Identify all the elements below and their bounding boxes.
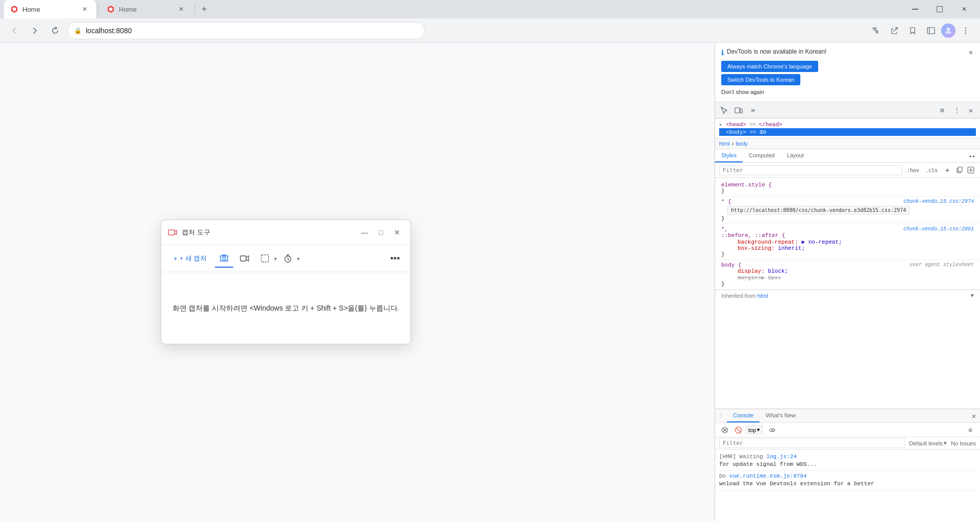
notification-close-button[interactable]: ✕ <box>966 47 976 57</box>
tab-2-close[interactable]: ✕ <box>176 4 186 14</box>
devtools-settings-icon[interactable]: ⚙ <box>936 104 948 116</box>
css-rule-close-star2: } <box>721 251 974 257</box>
css-rule-header-star2: *, chunk-vendo…15.css:2961 <box>721 226 974 232</box>
console-context-arrow: ▾ <box>757 427 760 433</box>
dom-expand-head[interactable]: ▸ <box>719 122 723 128</box>
element-picker-icon[interactable] <box>718 104 730 116</box>
maximize-button[interactable] <box>928 0 951 18</box>
console-context-selector[interactable]: top ▾ <box>746 425 763 434</box>
tab-2[interactable]: Home ✕ <box>101 0 192 18</box>
capture-maximize-button[interactable]: □ <box>374 225 388 240</box>
capture-app-icon <box>167 227 178 238</box>
default-levels-button[interactable]: Default levels ▾ <box>909 440 947 446</box>
capture-shortcut: <Windows 로고 키 + Shift + S> <box>250 304 348 312</box>
css-selector-star2[interactable]: *, <box>721 226 728 232</box>
capture-close-button[interactable]: ✕ <box>390 225 404 240</box>
tab-1-close[interactable]: ✕ <box>80 4 90 14</box>
css-rule-star-2: *, chunk-vendo…15.css:2961 ::before, ::a… <box>715 224 980 260</box>
filter-copy-icons <box>954 165 976 175</box>
devtools-more-tabs-icon[interactable]: » <box>747 104 759 116</box>
close-button[interactable]: ✕ <box>952 0 976 18</box>
capture-titlebar: 캡처 도구 — □ ✕ <box>161 220 410 245</box>
console-settings-icon[interactable]: ⚙ <box>965 424 976 436</box>
console-msg-1-link[interactable]: log.js:24 <box>766 454 796 460</box>
css-selector-element-style[interactable]: element.style { <box>721 182 772 188</box>
dom-line-head[interactable]: ▸ <head> == </head> <box>719 121 976 128</box>
css-selector-star1[interactable]: * { <box>721 199 731 205</box>
tab-layout[interactable]: Layout <box>781 149 810 162</box>
css-source-link-star2[interactable]: chunk-vendo…15.css:2961 <box>903 226 974 232</box>
tab-console[interactable]: Console <box>727 409 760 422</box>
capture-minimize-button[interactable]: — <box>357 225 372 240</box>
css-selector-body[interactable]: body { <box>721 262 742 268</box>
console-msg-2-prefix: Do <box>719 473 729 479</box>
new-tab-button[interactable]: + <box>197 2 211 16</box>
console-close-button[interactable]: ✕ <box>968 410 980 422</box>
timer-dropdown-arrow[interactable]: ▾ <box>297 256 300 262</box>
tab-computed[interactable]: Computed <box>743 149 781 162</box>
css-rule-close: } <box>721 188 974 194</box>
forward-button[interactable] <box>27 22 43 39</box>
default-levels-arrow: ▾ <box>944 440 947 446</box>
console-eye-icon[interactable] <box>767 424 778 436</box>
css-prop-name-margin[interactable]: margin:▶ <box>729 275 765 281</box>
console-msg-2-text: wnload the Vue Devtools extension for a … <box>719 481 874 487</box>
more-options-icon[interactable] <box>958 22 974 39</box>
tab-1[interactable]: Home ✕ <box>4 0 96 18</box>
devtools-kebab-menu-icon[interactable]: ⋮ <box>950 104 963 116</box>
tab-whats-new[interactable]: What's New <box>760 409 801 422</box>
address-bar: 🔒 <box>0 18 980 43</box>
hov-filter-button[interactable]: :hov <box>904 167 922 174</box>
console-ban-icon[interactable]: 🚫 <box>732 424 744 436</box>
svg-rect-14 <box>740 109 742 113</box>
console-more-icon[interactable]: ⋮ <box>715 410 727 422</box>
page-content: 캡처 도구 — □ ✕ + + 새 캡처 <box>0 43 715 521</box>
back-button[interactable] <box>6 22 22 39</box>
window-controls: ✕ <box>903 0 976 18</box>
camera-tool-button[interactable] <box>215 249 233 268</box>
inherited-from-arrow[interactable]: ▾ <box>971 292 974 299</box>
video-tool-button[interactable] <box>235 249 254 268</box>
timer-tool-button[interactable] <box>279 249 297 268</box>
bookmark-icon[interactable] <box>904 22 921 39</box>
cls-filter-button[interactable]: .cls <box>923 167 940 174</box>
styles-more-tabs-icon[interactable]: ▸▸ <box>965 151 980 161</box>
share-icon[interactable] <box>886 22 902 39</box>
dont-show-again-link[interactable]: Don't show again <box>721 87 974 97</box>
reload-button[interactable] <box>47 22 63 39</box>
svg-point-9 <box>223 257 226 260</box>
region-dropdown-arrow[interactable]: ▾ <box>274 256 277 262</box>
minimize-button[interactable] <box>903 0 927 18</box>
css-prop-name-box-sizing[interactable]: box-sizing: <box>729 245 775 251</box>
styles-filter-input[interactable] <box>719 165 902 175</box>
css-prop-name-bg-repeat[interactable]: background-repeat: <box>729 239 798 245</box>
dom-path-body[interactable]: body <box>736 140 748 147</box>
sidebar-toggle-icon[interactable] <box>923 22 939 39</box>
console-clear-icon[interactable] <box>719 424 730 436</box>
tab-styles[interactable]: Styles <box>715 149 743 162</box>
toggle-element-state-icon[interactable] <box>966 165 976 175</box>
devtools-close-icon[interactable]: ✕ <box>965 104 977 116</box>
inherited-html-link[interactable]: html <box>757 293 768 299</box>
address-input-wrap[interactable]: 🔒 <box>67 22 425 39</box>
dom-path-bar: html › body <box>715 138 980 149</box>
region-tool-button[interactable] <box>256 249 274 268</box>
profile-avatar[interactable] <box>941 23 955 38</box>
new-capture-button[interactable]: + + 새 캡처 <box>167 251 213 266</box>
css-val-bg-repeat: ▶ no-repeat; <box>801 239 842 245</box>
translate-icon[interactable] <box>868 22 884 39</box>
css-prop-name-display[interactable]: display: <box>729 268 765 274</box>
dom-path-html[interactable]: html <box>719 140 730 147</box>
console-msg-2-link[interactable]: vue.runtime.esm.js:8784 <box>729 473 807 479</box>
console-filter-input[interactable] <box>719 438 905 448</box>
dom-line-body[interactable]: ▸ <body> == $0 <box>719 128 976 136</box>
address-input[interactable] <box>86 27 418 35</box>
dom-expand-body[interactable]: ▸ <box>719 129 723 135</box>
capture-more-button[interactable]: ••• <box>386 249 404 268</box>
always-match-language-button[interactable]: Always match Chrome's language <box>721 61 818 72</box>
copy-element-styles-icon[interactable] <box>954 165 965 175</box>
switch-devtools-korean-button[interactable]: Switch DevTools to Korean <box>721 74 800 85</box>
device-toggle-icon[interactable] <box>732 104 745 116</box>
add-style-rule-icon[interactable]: + <box>942 165 952 175</box>
css-source-link-star1[interactable]: chunk-vendo…15.css:2974 <box>903 199 974 204</box>
